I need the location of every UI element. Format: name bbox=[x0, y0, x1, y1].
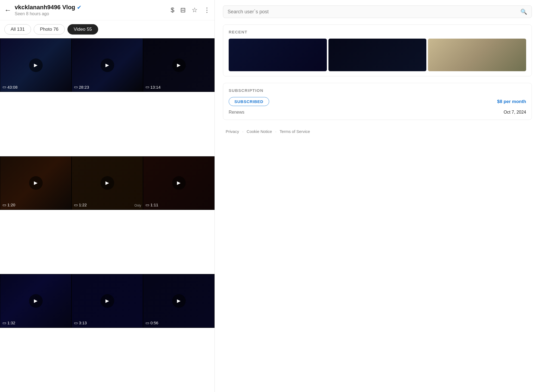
video-duration: ▭ 1:32 bbox=[2, 321, 15, 325]
video-duration: ▭ 1:22 bbox=[74, 203, 87, 207]
tabs-bar: All 131 Photo 76 Video 55 bbox=[0, 20, 215, 38]
play-button[interactable]: ► bbox=[29, 294, 43, 308]
tab-video[interactable]: Video 55 bbox=[67, 24, 98, 35]
seen-text: Seen 8 hours ago bbox=[15, 11, 167, 16]
video-item[interactable]: ► ▭ 13:14 bbox=[143, 38, 215, 92]
terms-of-service-link[interactable]: Terms of Service bbox=[280, 129, 310, 134]
video-duration: ▭ 1:11 bbox=[145, 203, 158, 207]
video-duration: ▭ 28:23 bbox=[74, 85, 89, 89]
cookie-notice-link[interactable]: Cookie Notice bbox=[247, 129, 272, 134]
username: vkcklananh9496 Vlog bbox=[15, 4, 75, 11]
video-duration: ▭ 13:14 bbox=[145, 85, 161, 89]
subscribed-button[interactable]: SUBSCRIBED bbox=[229, 97, 269, 106]
video-icon: ▭ bbox=[2, 85, 6, 89]
video-item[interactable]: ► ▭ 0:56 bbox=[143, 274, 215, 328]
video-item[interactable]: ► ▭ 3:13 bbox=[72, 274, 143, 328]
search-box[interactable]: 🔍 bbox=[223, 5, 532, 18]
video-duration: ▭ 3:13 bbox=[74, 321, 87, 325]
recent-thumb-1[interactable] bbox=[229, 39, 327, 71]
video-item[interactable]: ► ▭ 1:22 Only bbox=[72, 156, 143, 210]
privacy-link[interactable]: Privacy bbox=[226, 129, 239, 134]
video-item[interactable]: ► ▭ 1:11 bbox=[143, 156, 215, 210]
video-duration: ▭ 1:20 bbox=[2, 203, 15, 207]
header: ← vkcklananh9496 Vlog ✔ Seen 8 hours ago… bbox=[0, 0, 215, 20]
play-button[interactable]: ► bbox=[101, 176, 114, 190]
renews-date: Oct 7, 2024 bbox=[504, 110, 526, 115]
recent-thumbnails bbox=[229, 39, 526, 71]
right-panel: 🔍 RECENT SUBSCRIPTION SUBSCRIBED $8 per … bbox=[215, 0, 540, 392]
video-icon: ▭ bbox=[145, 321, 149, 325]
footer-dot-1: · bbox=[242, 129, 243, 134]
video-icon: ▭ bbox=[145, 203, 149, 207]
renews-row: Renews Oct 7, 2024 bbox=[229, 110, 526, 115]
left-panel: ← vkcklananh9496 Vlog ✔ Seen 8 hours ago… bbox=[0, 0, 215, 392]
play-button[interactable]: ► bbox=[101, 58, 114, 72]
tab-all[interactable]: All 131 bbox=[4, 24, 31, 35]
recent-section: RECENT bbox=[223, 24, 532, 76]
play-button[interactable]: ► bbox=[101, 294, 114, 308]
play-button[interactable]: ► bbox=[29, 176, 43, 190]
video-icon: ▭ bbox=[74, 203, 78, 207]
price-text: $8 per month bbox=[497, 99, 526, 104]
message-icon[interactable]: ⊟ bbox=[180, 6, 186, 14]
video-item[interactable]: ► ▭ 1:20 bbox=[0, 156, 72, 210]
video-item[interactable]: ► ▭ 43:08 bbox=[0, 38, 72, 92]
username-row: vkcklananh9496 Vlog ✔ bbox=[15, 4, 167, 11]
video-icon: ▭ bbox=[74, 321, 78, 325]
video-duration: ▭ 0:56 bbox=[145, 321, 158, 325]
video-icon: ▭ bbox=[2, 321, 6, 325]
search-input[interactable] bbox=[228, 9, 518, 15]
dollar-icon[interactable]: $ bbox=[171, 6, 174, 14]
subscription-row: SUBSCRIBED $8 per month bbox=[229, 97, 526, 106]
renews-label: Renews bbox=[229, 110, 244, 115]
back-button[interactable]: ← bbox=[4, 7, 11, 14]
watermark: Only bbox=[134, 204, 141, 207]
video-grid: ► ▭ 43:08 ► ▭ 28:23 ► ▭ 13:14 ► ▭ 1: bbox=[0, 38, 215, 392]
verified-icon: ✔ bbox=[77, 4, 82, 11]
video-icon: ▭ bbox=[2, 203, 6, 207]
video-duration: ▭ 43:08 bbox=[2, 85, 18, 89]
subscription-title: SUBSCRIPTION bbox=[229, 88, 526, 93]
header-info: vkcklananh9496 Vlog ✔ Seen 8 hours ago bbox=[15, 4, 167, 16]
footer-links: Privacy · Cookie Notice · Terms of Servi… bbox=[223, 129, 532, 134]
play-button[interactable]: ► bbox=[172, 176, 186, 190]
subscription-section: SUBSCRIPTION SUBSCRIBED $8 per month Ren… bbox=[223, 83, 532, 120]
video-icon: ▭ bbox=[145, 85, 149, 89]
search-icon: 🔍 bbox=[520, 8, 527, 15]
play-button[interactable]: ► bbox=[172, 58, 186, 72]
recent-title: RECENT bbox=[229, 30, 526, 34]
video-icon: ▭ bbox=[74, 85, 78, 89]
recent-thumb-2[interactable] bbox=[328, 39, 427, 71]
play-button[interactable]: ► bbox=[29, 58, 43, 72]
video-item[interactable]: ► ▭ 28:23 bbox=[72, 38, 143, 92]
more-icon[interactable]: ⋮ bbox=[204, 6, 210, 14]
header-icons: $ ⊟ ☆ ⋮ bbox=[171, 6, 210, 14]
footer-dot-2: · bbox=[275, 129, 276, 134]
recent-thumb-3[interactable] bbox=[428, 39, 526, 71]
play-button[interactable]: ► bbox=[172, 294, 186, 308]
tab-photo[interactable]: Photo 76 bbox=[34, 24, 65, 35]
video-item[interactable]: ► ▭ 1:32 bbox=[0, 274, 72, 328]
star-icon[interactable]: ☆ bbox=[192, 6, 198, 14]
